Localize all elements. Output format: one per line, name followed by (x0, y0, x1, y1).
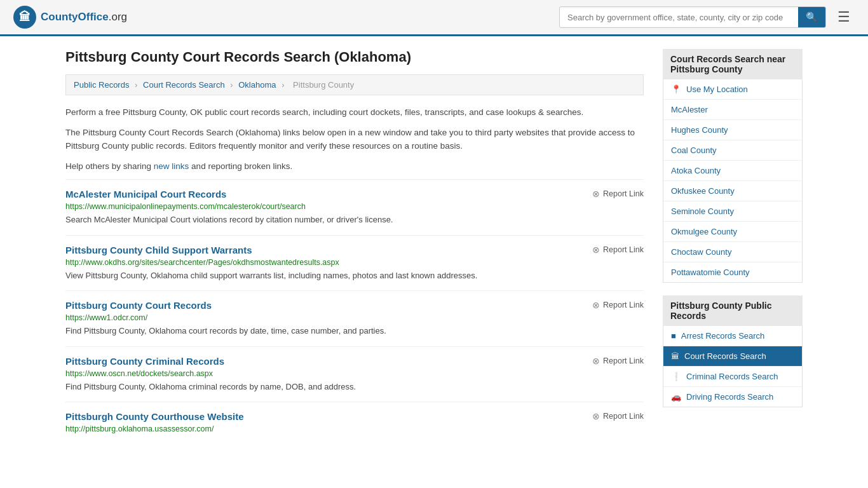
nearby-link-1[interactable]: McAlester (663, 100, 802, 119)
logo-text: CountyOffice.org (41, 11, 127, 24)
result-item: McAlester Municipal Court Records ⊗ Repo… (65, 179, 644, 235)
new-links-link[interactable]: new links (154, 161, 189, 171)
search-input[interactable] (560, 8, 798, 27)
breadcrumb: Public Records › Court Records Search › … (65, 74, 644, 95)
report-link-4[interactable]: ⊗ Report Link (592, 411, 644, 421)
public-records-list-item: ■Arrest Records Search (663, 326, 802, 346)
result-item: Pittsburg County Court Records ⊗ Report … (65, 290, 644, 346)
svg-text:🏛: 🏛 (19, 10, 31, 24)
result-desc-1: View Pittsburg County, Oklahoma child su… (65, 269, 644, 282)
nearby-link-6[interactable]: Seminole County (663, 201, 802, 221)
result-item: Pittsburg County Criminal Records ⊗ Repo… (65, 346, 644, 402)
result-url-4: http://pittsburg.oklahoma.usassessor.com… (65, 424, 644, 433)
report-icon-0: ⊗ (592, 189, 600, 199)
result-desc-3: Find Pittsburg County, Oklahoma criminal… (65, 381, 644, 393)
logo-area: 🏛 CountyOffice.org (13, 5, 127, 29)
nearby-list: 📍Use My LocationMcAlesterHughes CountyCo… (663, 79, 803, 283)
nearby-list-item: Choctaw County (663, 242, 802, 262)
nearby-link-0[interactable]: 📍Use My Location (663, 79, 802, 99)
result-url-3: https://www.oscn.net/dockets/search.aspx (65, 369, 644, 378)
nearby-list-item: Coal County (663, 140, 802, 161)
result-url-1: http://www.okdhs.org/sites/searchcenter/… (65, 258, 644, 267)
report-link-2[interactable]: ⊗ Report Link (592, 300, 644, 310)
nearby-list-item: Atoka County (663, 161, 802, 181)
breadcrumb-link-public-records[interactable]: Public Records (74, 80, 129, 90)
result-title-2[interactable]: Pittsburg County Court Records (65, 300, 212, 311)
breadcrumb-current: Pittsburg County (293, 80, 354, 90)
description-para2: The Pittsburg County Court Records Searc… (65, 126, 644, 153)
nearby-list-item: Seminole County (663, 201, 802, 222)
report-link-3[interactable]: ⊗ Report Link (592, 356, 644, 366)
public-records-link-3[interactable]: 🚗Driving Records Search (663, 387, 802, 407)
nearby-link-7[interactable]: Okmulgee County (663, 222, 802, 241)
report-icon-2: ⊗ (592, 300, 600, 310)
pr-icon-2: ❕ (671, 372, 681, 381)
header-right: 🔍 ☰ (559, 6, 855, 28)
report-icon-4: ⊗ (592, 411, 600, 421)
description-para1: Perform a free Pittsburg County, OK publ… (65, 105, 644, 119)
public-records-link-1[interactable]: 🏛Court Records Search (663, 346, 802, 366)
nearby-section: Court Records Search near Pittsburg Coun… (663, 49, 803, 283)
main-container: Pittsburg County Court Records Search (O… (53, 36, 815, 458)
result-desc-0: Search McAlester Municipal Court violati… (65, 214, 644, 226)
result-title-4[interactable]: Pittsburgh County Courthouse Website (65, 411, 244, 422)
public-records-section-title: Pittsburg County Public Records (663, 295, 803, 326)
nearby-list-item: 📍Use My Location (663, 79, 802, 100)
public-records-link-0[interactable]: ■Arrest Records Search (663, 326, 802, 346)
content-area: Pittsburg County Court Records Search (O… (65, 49, 644, 445)
public-records-section: Pittsburg County Public Records ■Arrest … (663, 295, 803, 407)
page-title: Pittsburg County Court Records Search (O… (65, 49, 644, 65)
nearby-link-4[interactable]: Atoka County (663, 161, 802, 180)
breadcrumb-link-oklahoma[interactable]: Oklahoma (238, 80, 276, 90)
result-desc-2: Find Pittsburg County, Oklahoma court re… (65, 325, 644, 337)
breadcrumb-link-court-records[interactable]: Court Records Search (143, 80, 225, 90)
pr-icon-0: ■ (671, 331, 676, 341)
description-para3: Help others by sharing new links and rep… (65, 159, 644, 173)
nearby-section-title: Court Records Search near Pittsburg Coun… (663, 49, 803, 79)
result-item: Pittsburgh County Courthouse Website ⊗ R… (65, 402, 644, 445)
nearby-link-3[interactable]: Coal County (663, 140, 802, 160)
nearby-list-item: Okmulgee County (663, 222, 802, 242)
search-box: 🔍 (559, 6, 826, 28)
results-list: McAlester Municipal Court Records ⊗ Repo… (65, 179, 644, 445)
nearby-link-2[interactable]: Hughes County (663, 120, 802, 140)
public-records-list-item: 🚗Driving Records Search (663, 387, 802, 407)
menu-button[interactable]: ☰ (832, 6, 855, 28)
public-records-list-item: ❕Criminal Records Search (663, 367, 802, 387)
result-item: Pittsburg County Child Support Warrants … (65, 235, 644, 291)
result-url-0: https://www.municipalonlinepayments.com/… (65, 202, 644, 211)
result-title-1[interactable]: Pittsburg County Child Support Warrants (65, 245, 252, 255)
result-title-0[interactable]: McAlester Municipal Court Records (65, 189, 226, 200)
logo-icon: 🏛 (13, 5, 37, 29)
nearby-link-9[interactable]: Pottawatomie County (663, 262, 802, 282)
report-icon-3: ⊗ (592, 356, 600, 366)
nearby-list-item: Pottawatomie County (663, 262, 802, 282)
nearby-link-8[interactable]: Choctaw County (663, 242, 802, 262)
sidebar: Court Records Search near Pittsburg Coun… (663, 49, 803, 445)
site-header: 🏛 CountyOffice.org 🔍 ☰ (0, 0, 868, 36)
search-button[interactable]: 🔍 (798, 7, 825, 27)
report-link-1[interactable]: ⊗ Report Link (592, 245, 644, 255)
report-icon-1: ⊗ (592, 245, 600, 255)
location-icon: 📍 (671, 85, 681, 94)
nearby-list-item: McAlester (663, 100, 802, 120)
nearby-link-5[interactable]: Okfuskee County (663, 181, 802, 201)
result-title-3[interactable]: Pittsburg County Criminal Records (65, 356, 224, 367)
nearby-list-item: Okfuskee County (663, 181, 802, 201)
public-records-list: ■Arrest Records Search🏛Court Records Sea… (663, 326, 803, 407)
pr-icon-1: 🏛 (671, 351, 679, 361)
public-records-list-item: 🏛Court Records Search (663, 346, 802, 367)
nearby-list-item: Hughes County (663, 120, 802, 140)
public-records-link-2[interactable]: ❕Criminal Records Search (663, 367, 802, 386)
result-url-2: https://www1.odcr.com/ (65, 313, 644, 322)
report-link-0[interactable]: ⊗ Report Link (592, 189, 644, 199)
pr-icon-3: 🚗 (671, 392, 681, 402)
